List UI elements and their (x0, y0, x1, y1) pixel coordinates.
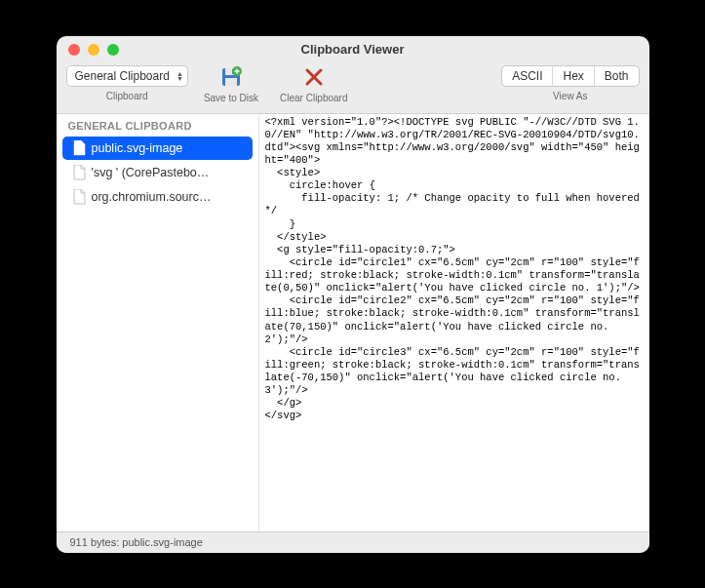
save-to-disk-button[interactable]: Save to Disk (198, 65, 264, 103)
clear-clipboard-button[interactable]: Clear Clipboard (274, 65, 353, 103)
seg-ascii[interactable]: ASCII (502, 66, 553, 86)
save-label: Save to Disk (204, 93, 258, 103)
file-icon (72, 140, 86, 156)
clipboard-select[interactable]: General Clipboard ▲▼ (66, 65, 188, 87)
sidebar-item-label: org.chromium.sourc… (92, 190, 212, 204)
clipboard-label: Clipboard (106, 91, 148, 101)
status-text: 911 bytes: public.svg-image (70, 536, 203, 548)
toolbar: General Clipboard ▲▼ Clipboard Save to D… (57, 63, 649, 114)
updown-icon: ▲▼ (176, 71, 183, 81)
content-area: GENERAL CLIPBOARD public.svg-image 'svg … (57, 114, 649, 531)
window-title: Clipboard Viewer (57, 42, 649, 57)
statusbar: 911 bytes: public.svg-image (57, 531, 649, 553)
titlebar[interactable]: Clipboard Viewer (57, 36, 649, 63)
sidebar-item-label: 'svg ' (CorePastebo… (92, 166, 210, 179)
clipboard-select-value: General Clipboard (75, 69, 170, 83)
file-icon (72, 165, 86, 180)
sidebar-item-label: public.svg-image (92, 141, 183, 155)
floppy-disk-icon (217, 65, 245, 89)
view-as-segmented: ASCII Hex Both (501, 65, 639, 87)
sidebar-item[interactable]: public.svg-image (62, 137, 253, 160)
sidebar-item[interactable]: org.chromium.sourc… (62, 185, 253, 209)
svg-rect-3 (225, 78, 237, 86)
sidebar: GENERAL CLIPBOARD public.svg-image 'svg … (57, 114, 259, 531)
clear-label: Clear Clipboard (280, 93, 347, 103)
content-text: <?xml version="1.0"?><!DOCTYPE svg PUBLI… (265, 116, 644, 423)
seg-both[interactable]: Both (595, 66, 639, 86)
view-as-group: ASCII Hex Both View As (501, 65, 639, 101)
file-icon (72, 189, 86, 205)
sidebar-item[interactable]: 'svg ' (CorePastebo… (62, 161, 253, 184)
content-view[interactable]: <?xml version="1.0"?><!DOCTYPE svg PUBLI… (259, 114, 649, 531)
x-icon (300, 65, 328, 89)
clipboard-selector-group: General Clipboard ▲▼ Clipboard (66, 65, 188, 101)
seg-hex[interactable]: Hex (553, 66, 594, 86)
sidebar-header: GENERAL CLIPBOARD (57, 114, 258, 136)
viewas-label: View As (553, 91, 587, 101)
app-window: Clipboard Viewer General Clipboard ▲▼ Cl… (57, 36, 649, 553)
